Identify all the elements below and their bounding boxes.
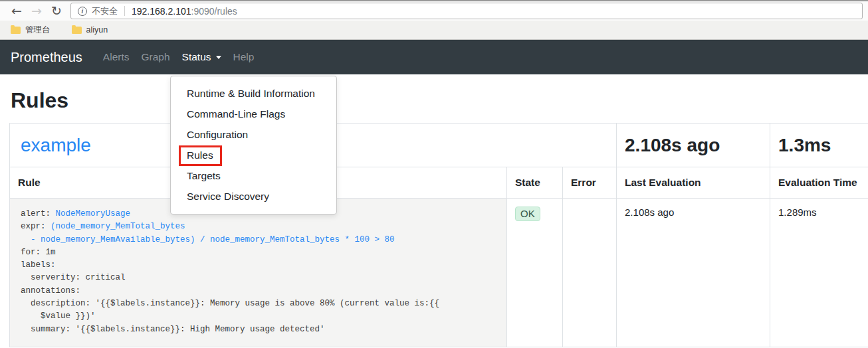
error-cell bbox=[563, 199, 617, 347]
rule-definition-cell: alert: NodeMemoryUsageexpr: (node_memory… bbox=[10, 199, 507, 347]
chevron-down-icon bbox=[216, 56, 221, 59]
rule-yaml-link[interactable]: (node_memory_MemTotal_bytes bbox=[51, 222, 185, 231]
status-dropdown-menu: Runtime & Build Information Command-Line… bbox=[170, 76, 337, 215]
last-evaluation-cell: 2.108s ago bbox=[617, 199, 770, 347]
menu-item-service-discovery[interactable]: Service Discovery bbox=[171, 186, 336, 207]
bookmark-folder-aliyun[interactable]: aliyun bbox=[68, 25, 112, 35]
security-label[interactable]: 不安全 bbox=[92, 5, 118, 17]
forward-icon[interactable]: → bbox=[27, 5, 47, 17]
nav-item-status-label: Status bbox=[182, 51, 211, 63]
menu-item-command-line-flags[interactable]: Command-Line Flags bbox=[171, 104, 336, 124]
nav-item-alerts[interactable]: Alerts bbox=[97, 51, 136, 63]
nav-item-help[interactable]: Help bbox=[227, 51, 261, 63]
browser-toolbar: ← → ↻ i 不安全 192.168.2.101:9090/rules bbox=[0, 0, 868, 21]
state-cell: OK bbox=[507, 199, 563, 347]
column-header-error: Error bbox=[563, 167, 617, 199]
menu-item-targets[interactable]: Targets bbox=[171, 165, 336, 186]
rule-yaml-link[interactable]: - node_memory_MemAvailable_bytes) / node… bbox=[31, 235, 395, 244]
column-header-state: State bbox=[507, 167, 563, 199]
bookmark-folder-guanlitai[interactable]: 管理台 bbox=[7, 25, 54, 36]
bookmark-label: 管理台 bbox=[25, 25, 51, 36]
refresh-icon[interactable]: ↻ bbox=[47, 5, 66, 17]
menu-item-configuration[interactable]: Configuration bbox=[171, 124, 336, 145]
group-last-evaluation: 2.108s ago bbox=[617, 124, 770, 167]
rule-group-header-row: example 2.108s ago 1.3ms bbox=[10, 124, 868, 167]
column-header-evaluation-time: Evaluation Time bbox=[770, 167, 868, 199]
omnibox-divider bbox=[124, 6, 125, 16]
info-icon[interactable]: i bbox=[78, 7, 87, 16]
brand-prometheus[interactable]: Prometheus bbox=[11, 50, 82, 65]
nav-item-status[interactable]: Status bbox=[176, 51, 227, 63]
bookmarks-bar: 管理台 aliyun bbox=[0, 21, 868, 40]
group-evaluation-time: 1.3ms bbox=[770, 124, 868, 167]
menu-item-runtime-build-information[interactable]: Runtime & Build Information bbox=[171, 83, 336, 104]
folder-icon bbox=[11, 27, 21, 34]
menu-item-rules[interactable]: Rules bbox=[171, 145, 336, 165]
nav-item-graph[interactable]: Graph bbox=[135, 51, 175, 63]
folder-icon bbox=[72, 27, 82, 34]
prometheus-navbar: Prometheus Alerts Graph Status Help bbox=[0, 40, 868, 74]
bookmark-label: aliyun bbox=[86, 25, 108, 35]
rule-yaml-link[interactable]: NodeMemoryUsage bbox=[56, 209, 131, 218]
url-path[interactable]: :9090/rules bbox=[191, 6, 237, 17]
column-header-last-evaluation: Last Evaluation bbox=[617, 167, 770, 199]
rule-yaml: alert: NodeMemoryUsageexpr: (node_memory… bbox=[10, 199, 506, 345]
table-header-row: Rule State Error Last Evaluation Evaluat… bbox=[10, 167, 868, 199]
table-row: alert: NodeMemoryUsageexpr: (node_memory… bbox=[10, 199, 868, 347]
evaluation-time-cell: 1.289ms bbox=[770, 199, 868, 347]
red-annotation-box: Rules bbox=[179, 145, 222, 166]
status-badge: OK bbox=[515, 207, 540, 221]
url-host[interactable]: 192.168.2.101 bbox=[132, 6, 191, 17]
page-title: Rules bbox=[11, 88, 857, 113]
back-icon[interactable]: ← bbox=[7, 5, 27, 17]
menu-item-rules-label: Rules bbox=[187, 149, 213, 161]
rules-table: example 2.108s ago 1.3ms Rule State Erro… bbox=[9, 123, 868, 347]
address-bar[interactable]: i 不安全 192.168.2.101:9090/rules bbox=[70, 3, 863, 19]
